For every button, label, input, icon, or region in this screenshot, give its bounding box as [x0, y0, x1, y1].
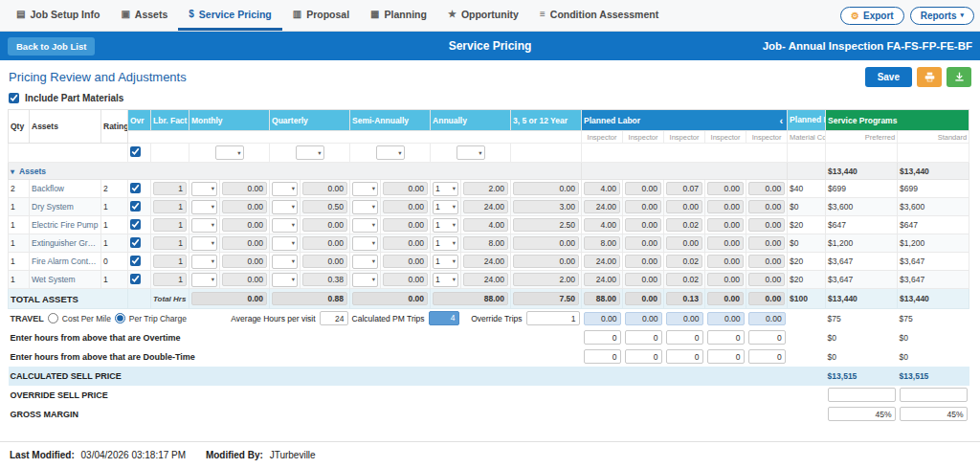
- ovr-checkbox[interactable]: [130, 219, 141, 230]
- quarterly-frequency-select[interactable]: ▾: [272, 236, 298, 251]
- monthly-filter-select[interactable]: ▾: [215, 145, 244, 160]
- annually-frequency-select[interactable]: 1▾: [433, 200, 458, 214]
- labor-factor-input[interactable]: 1: [153, 182, 187, 195]
- annually-frequency-select[interactable]: 1▾: [433, 182, 458, 196]
- quarterly-frequency-select[interactable]: ▾: [272, 182, 298, 196]
- doubletime-hours-input[interactable]: [625, 349, 662, 364]
- quarterly-frequency-select[interactable]: ▾: [272, 255, 298, 269]
- monthly-hours-input[interactable]: 0.00: [222, 255, 267, 268]
- semi-annually-frequency-select[interactable]: ▾: [352, 182, 378, 196]
- save-button[interactable]: Save: [865, 67, 912, 87]
- ovr-checkbox[interactable]: [130, 274, 141, 284]
- semi-annually-hours-input[interactable]: 0.00: [383, 273, 428, 286]
- ovr-checkbox[interactable]: [130, 237, 141, 248]
- print-button[interactable]: [917, 67, 942, 87]
- semi-annually-frequency-select[interactable]: ▾: [352, 218, 378, 233]
- override-all-checkbox[interactable]: [130, 146, 141, 157]
- tab-planning[interactable]: ▦ Planning: [360, 0, 437, 31]
- doubletime-hours-input[interactable]: [748, 349, 786, 364]
- monthly-frequency-select[interactable]: ▾: [191, 182, 217, 196]
- semi-annually-hours-input[interactable]: 0.00: [383, 218, 428, 232]
- year-hours-input[interactable]: 3.00: [513, 200, 579, 213]
- semi-annually-frequency-select[interactable]: ▾: [352, 236, 378, 251]
- semi-annually-frequency-select[interactable]: ▾: [352, 255, 378, 269]
- export-button[interactable]: ⚙ Export: [840, 7, 904, 25]
- annually-hours-input[interactable]: 24.00: [463, 273, 508, 286]
- doubletime-hours-input[interactable]: [584, 349, 621, 364]
- quarterly-filter-select[interactable]: ▾: [296, 145, 324, 160]
- quarterly-hours-input[interactable]: 0.00: [302, 218, 347, 232]
- annually-hours-input[interactable]: 4.00: [463, 218, 508, 232]
- quarterly-hours-input[interactable]: 0.38: [302, 273, 347, 286]
- monthly-hours-input[interactable]: 0.00: [222, 200, 267, 213]
- annually-filter-select[interactable]: ▾: [457, 145, 485, 160]
- average-hours-input[interactable]: [320, 311, 348, 325]
- monthly-frequency-select[interactable]: ▾: [191, 273, 217, 287]
- annually-frequency-select[interactable]: 1▾: [433, 236, 458, 251]
- year-hours-input[interactable]: 0.00: [513, 182, 579, 195]
- annually-hours-input[interactable]: 24.00: [463, 200, 508, 213]
- quarterly-frequency-select[interactable]: ▾: [272, 200, 298, 214]
- semi-annually-hours-input[interactable]: 0.00: [383, 236, 428, 250]
- monthly-hours-input[interactable]: 0.00: [222, 236, 267, 250]
- monthly-frequency-select[interactable]: ▾: [191, 200, 217, 214]
- doubletime-hours-input[interactable]: [666, 349, 703, 364]
- quarterly-hours-input[interactable]: 0.00: [302, 255, 347, 268]
- annually-hours-input[interactable]: 8.00: [463, 236, 508, 250]
- override-trips-input[interactable]: [526, 311, 580, 325]
- tab-condition-assessment[interactable]: ≡ Condition Assessment: [529, 0, 669, 31]
- monthly-hours-input[interactable]: 0.00: [222, 218, 267, 232]
- tab-assets[interactable]: ▣ Assets: [110, 0, 178, 31]
- ovr-checkbox[interactable]: [130, 183, 141, 193]
- monthly-hours-input[interactable]: 0.00: [222, 182, 267, 195]
- quarterly-hours-input[interactable]: 0.00: [302, 182, 347, 195]
- monthly-frequency-select[interactable]: ▾: [191, 255, 217, 269]
- year-hours-input[interactable]: 2.50: [513, 218, 579, 232]
- semi-annually-filter-select[interactable]: ▾: [376, 145, 405, 160]
- gross-margin-preferred-input[interactable]: [828, 407, 896, 421]
- override-preferred-input[interactable]: [828, 388, 896, 402]
- include-part-materials-checkbox[interactable]: [9, 93, 19, 103]
- semi-annually-hours-input[interactable]: 0.00: [383, 255, 428, 268]
- tab-opportunity[interactable]: ★ Opportunity: [437, 0, 529, 31]
- overtime-hours-input[interactable]: [625, 330, 662, 345]
- cost-per-mile-radio[interactable]: [48, 313, 58, 323]
- override-standard-input[interactable]: [900, 388, 968, 402]
- labor-factor-input[interactable]: 1: [153, 255, 187, 268]
- annually-frequency-select[interactable]: 1▾: [433, 218, 458, 233]
- tab-service-pricing[interactable]: $ Service Pricing: [178, 0, 281, 31]
- monthly-frequency-select[interactable]: ▾: [191, 236, 217, 251]
- overtime-hours-input[interactable]: [584, 330, 621, 345]
- semi-annually-frequency-select[interactable]: ▾: [352, 273, 378, 287]
- gross-margin-standard-input[interactable]: [900, 407, 968, 421]
- ovr-checkbox[interactable]: [130, 201, 141, 212]
- reports-button[interactable]: Reports ▾: [910, 7, 974, 25]
- export-excel-button[interactable]: [947, 67, 971, 87]
- annually-frequency-select[interactable]: 1▾: [433, 255, 458, 269]
- quarterly-hours-input[interactable]: 0.50: [302, 200, 347, 213]
- overtime-hours-input[interactable]: [748, 330, 786, 345]
- monthly-hours-input[interactable]: 0.00: [222, 273, 267, 286]
- semi-annually-hours-input[interactable]: 0.00: [383, 182, 428, 195]
- overtime-hours-input[interactable]: [666, 330, 703, 345]
- monthly-frequency-select[interactable]: ▾: [191, 218, 217, 233]
- labor-factor-input[interactable]: 1: [153, 218, 187, 232]
- collapse-labor-chevron-icon[interactable]: ‹: [779, 114, 783, 125]
- year-hours-input[interactable]: 0.00: [513, 255, 579, 268]
- labor-factor-input[interactable]: 1: [153, 273, 187, 286]
- year-hours-input[interactable]: 2.00: [513, 273, 579, 286]
- tab-proposal[interactable]: ▥ Proposal: [282, 0, 360, 31]
- overtime-hours-input[interactable]: [707, 330, 745, 345]
- year-hours-input[interactable]: 0.00: [513, 236, 579, 250]
- per-trip-charge-radio[interactable]: [115, 313, 125, 323]
- annually-frequency-select[interactable]: 1▾: [433, 273, 458, 287]
- tab-job-setup-info[interactable]: ▤ Job Setup Info: [6, 0, 110, 31]
- quarterly-hours-input[interactable]: 0.00: [302, 236, 347, 250]
- collapse-group-chevron-icon[interactable]: ▾: [11, 167, 14, 176]
- annually-hours-input[interactable]: 24.00: [463, 255, 508, 268]
- semi-annually-hours-input[interactable]: 0.00: [383, 200, 428, 213]
- ovr-checkbox[interactable]: [130, 256, 141, 266]
- quarterly-frequency-select[interactable]: ▾: [272, 218, 298, 233]
- doubletime-hours-input[interactable]: [707, 349, 745, 364]
- annually-hours-input[interactable]: 2.00: [463, 182, 508, 195]
